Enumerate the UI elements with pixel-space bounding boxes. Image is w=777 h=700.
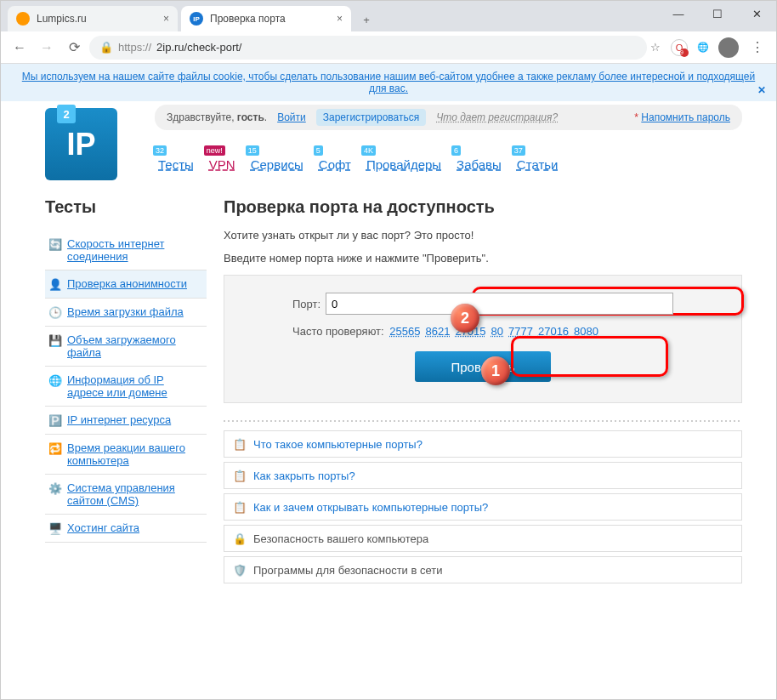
faq-link[interactable]: Что такое компьютерные порты? bbox=[253, 438, 423, 451]
sidebar-item[interactable]: 💾Объем загружаемого файла bbox=[45, 327, 207, 367]
page-content: Мы используем на нашем сайте файлы cooki… bbox=[1, 64, 776, 588]
sidebar-link[interactable]: Система управления сайтом (CMS) bbox=[67, 481, 203, 507]
close-icon[interactable]: × bbox=[337, 13, 343, 25]
url-text: 2ip.ru/check-port/ bbox=[156, 41, 241, 54]
maximize-button[interactable]: ☐ bbox=[698, 1, 737, 26]
address-bar[interactable]: 🔒 https://2ip.ru/check-port/ bbox=[89, 36, 647, 60]
tab-lumpics[interactable]: Lumpics.ru × bbox=[8, 6, 178, 31]
faq-item[interactable]: 📋Как и зачем открывать компьютерные порт… bbox=[224, 493, 742, 521]
sidebar-icon: 👤 bbox=[48, 277, 62, 291]
sidebar-icon: 🅿️ bbox=[48, 413, 62, 427]
nav-badge: 6 bbox=[451, 145, 461, 156]
sidebar-link[interactable]: Время реакции вашего компьютера bbox=[67, 441, 203, 467]
port-input[interactable] bbox=[326, 293, 673, 315]
sidebar-icon: 🌐 bbox=[48, 373, 62, 387]
sidebar-item[interactable]: 🖥️Хостинг сайта bbox=[45, 515, 207, 543]
sidebar-item[interactable]: 👤Проверка анонимности bbox=[45, 270, 207, 299]
menu-button[interactable]: ⋮ bbox=[746, 36, 769, 60]
faq-list: 📋Что такое компьютерные порты?📋Как закры… bbox=[224, 420, 742, 583]
extension-icon[interactable]: O9 bbox=[671, 39, 688, 56]
sidebar-link[interactable]: Время загрузки файла bbox=[67, 305, 184, 318]
sidebar-link[interactable]: Информация об IP адресе или домене bbox=[67, 373, 203, 399]
sidebar-link[interactable]: IP интернет ресурса bbox=[67, 413, 171, 426]
faq-link[interactable]: Как и зачем открывать компьютерные порты… bbox=[253, 501, 488, 514]
forward-button[interactable]: → bbox=[35, 36, 59, 60]
nav-badge: 4K bbox=[361, 145, 376, 156]
faq-link[interactable]: Как закрыть порты? bbox=[253, 470, 355, 482]
nav-забавы[interactable]: 6Забавы bbox=[457, 147, 502, 172]
frequent-ports-row: Часто проверяют: 25565862127015807777270… bbox=[292, 325, 673, 338]
nav-тесты[interactable]: 32Тесты bbox=[158, 147, 194, 172]
freq-port-link[interactable]: 8080 bbox=[574, 325, 598, 338]
port-label: Порт: bbox=[292, 298, 320, 310]
faq-icon: 📋 bbox=[233, 500, 247, 514]
greet-bar: Здравствуйте, гость. Войти Зарегистриров… bbox=[155, 105, 742, 130]
sidebar-link[interactable]: Скорость интернет соединения bbox=[67, 237, 203, 263]
nav-badge: 32 bbox=[153, 145, 167, 156]
login-link[interactable]: Войти bbox=[277, 111, 306, 123]
logo-text: IP bbox=[66, 127, 95, 162]
close-button[interactable]: ✕ bbox=[737, 1, 776, 26]
annotation-marker-2: 2 bbox=[451, 304, 479, 333]
extension-icon[interactable]: 🌐 bbox=[695, 39, 712, 56]
port-check-box: 1 2 Порт: Часто проверяют: 2556586212701… bbox=[224, 275, 742, 403]
minimize-button[interactable]: — bbox=[659, 1, 698, 26]
faq-item[interactable]: 📋Как закрыть порты? bbox=[224, 462, 742, 489]
sidebar-link[interactable]: Хостинг сайта bbox=[67, 521, 139, 534]
sidebar-item[interactable]: 🌐Информация об IP адресе или домене bbox=[45, 367, 207, 407]
site-logo[interactable]: 2 IP bbox=[45, 108, 117, 180]
sidebar-icon: 🕒 bbox=[48, 305, 62, 319]
sidebar-item[interactable]: ⚙️Система управления сайтом (CMS) bbox=[45, 475, 207, 515]
sidebar-link[interactable]: Проверка анонимности bbox=[67, 277, 187, 290]
sidebar: Тесты 🔄Скорость интернет соединения👤Пров… bbox=[45, 197, 207, 588]
sidebar-icon: 🔁 bbox=[48, 441, 62, 455]
profile-avatar[interactable] bbox=[718, 37, 739, 58]
greet-text: Здравствуйте, bbox=[167, 111, 237, 123]
guest-label: гость bbox=[237, 111, 264, 123]
faq-item[interactable]: 📋Что такое компьютерные порты? bbox=[224, 430, 742, 458]
reg-faq-link[interactable]: Что дает регистрация? bbox=[436, 111, 558, 123]
freq-port-link[interactable]: 80 bbox=[491, 325, 503, 338]
nav-статьи[interactable]: 37Статьи bbox=[517, 147, 559, 172]
sidebar-item[interactable]: 🕒Время загрузки файла bbox=[45, 299, 207, 327]
freq-port-link[interactable]: 8621 bbox=[425, 325, 450, 338]
reload-button[interactable]: ⟳ bbox=[62, 36, 86, 60]
cookie-close-icon[interactable]: ✕ bbox=[757, 84, 766, 96]
nav-софт[interactable]: 5Софт bbox=[319, 147, 351, 172]
sidebar-icon: ⚙️ bbox=[48, 481, 62, 495]
sidebar-item[interactable]: 🅿️IP интернет ресурса bbox=[45, 407, 207, 435]
freq-port-link[interactable]: 25565 bbox=[389, 325, 420, 338]
browser-chrome: Lumpics.ru × IP Проверка порта × + — ☐ ✕… bbox=[1, 1, 776, 64]
faq-icon: 📋 bbox=[233, 469, 247, 482]
sidebar-link[interactable]: Объем загружаемого файла bbox=[67, 333, 203, 359]
sidebar-icon: 💾 bbox=[48, 333, 62, 347]
faq-icon: 🔒 bbox=[233, 532, 247, 545]
close-icon[interactable]: × bbox=[163, 13, 169, 25]
faq-text: Программы для безопасности в сети bbox=[253, 564, 443, 577]
intro-text-2: Введите номер порта ниже и нажмите "Пров… bbox=[224, 252, 742, 265]
tab-check-port[interactable]: IP Проверка порта × bbox=[181, 6, 351, 31]
freq-port-link[interactable]: 27016 bbox=[538, 325, 569, 338]
freq-port-link[interactable]: 7777 bbox=[508, 325, 533, 338]
tab-title: Lumpics.ru bbox=[37, 13, 87, 25]
nav-vpn[interactable]: new!VPN bbox=[209, 147, 235, 172]
bookmark-icon[interactable]: ☆ bbox=[650, 41, 661, 54]
remind-password-link[interactable]: Напомнить пароль bbox=[641, 111, 730, 123]
nav-провайдеры[interactable]: 4KПровайдеры bbox=[366, 147, 441, 172]
sidebar-item[interactable]: 🔁Время реакции вашего компьютера bbox=[45, 435, 207, 475]
nav-badge: new! bbox=[204, 145, 225, 156]
nav-badge: 37 bbox=[512, 145, 525, 156]
lock-icon: 🔒 bbox=[99, 41, 113, 54]
back-button[interactable]: ← bbox=[8, 36, 31, 60]
nav-bar: ← → ⟳ 🔒 https://2ip.ru/check-port/ ☆ O9 … bbox=[1, 31, 776, 64]
cookie-link[interactable]: Мы используем на нашем сайте файлы cooki… bbox=[22, 71, 755, 94]
faq-text: Безопасность вашего компьютера bbox=[253, 532, 428, 545]
title-bar: Lumpics.ru × IP Проверка порта × + — ☐ ✕ bbox=[1, 1, 776, 31]
register-link[interactable]: Зарегистрироваться bbox=[316, 109, 426, 126]
sidebar-item[interactable]: 🔄Скорость интернет соединения bbox=[45, 230, 207, 270]
nav-сервисы[interactable]: 15Сервисы bbox=[251, 147, 303, 172]
cookie-banner: Мы используем на нашем сайте файлы cooki… bbox=[1, 64, 776, 101]
new-tab-button[interactable]: + bbox=[354, 8, 378, 31]
sidebar-title: Тесты bbox=[45, 197, 207, 217]
tab-title: Проверка порта bbox=[210, 13, 286, 25]
